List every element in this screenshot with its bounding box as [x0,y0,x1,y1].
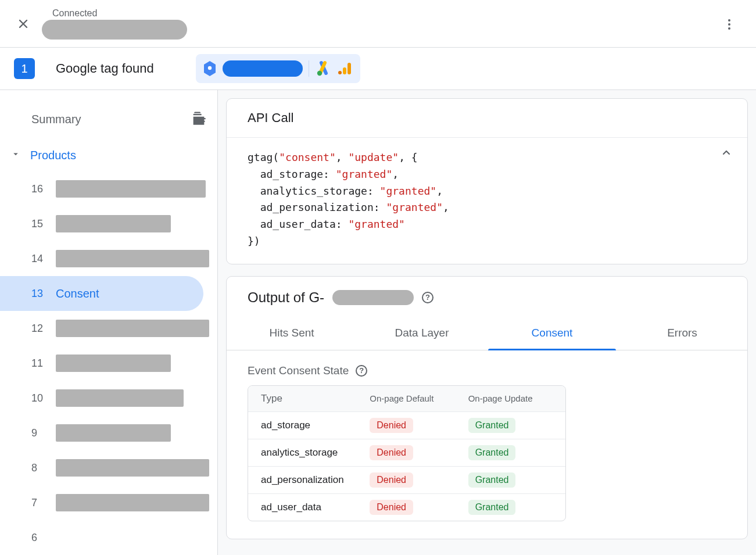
col-update: On-page Update [468,393,565,403]
tag-count-badge: 1 [14,58,35,79]
svg-rect-5 [347,63,351,74]
sidebar-event-8[interactable]: 8 [0,450,217,485]
code-arg0: "consent" [279,151,336,163]
status-badge: Denied [370,445,413,460]
event-number: 15 [31,218,45,230]
caret-down-icon [10,149,21,162]
cell-default: Denied [370,445,468,460]
connected-label: Connected [52,8,187,19]
help-icon[interactable]: ? [422,292,433,303]
svg-point-2 [728,27,730,30]
event-label-redacted [56,250,209,267]
sidebar-event-10[interactable]: 10 [0,381,217,416]
table-row: ad_personalizationDeniedGranted [248,466,565,493]
clear-all-icon[interactable] [191,110,207,128]
code-k2: ad_personalization [260,201,374,213]
connection-url-redacted [42,20,187,40]
svg-point-0 [728,19,730,22]
tab-hits-sent[interactable]: Hits Sent [227,316,357,350]
col-default: On-page Default [370,393,468,403]
svg-point-4 [317,71,322,76]
sidebar-event-9[interactable]: 9 [0,416,217,450]
tab-consent[interactable]: Consent [487,316,617,350]
api-call-card: API Call gtag("consent", "update", { ad_… [226,98,748,264]
google-ads-icon [315,60,331,77]
sidebar-event-7[interactable]: 7 [0,485,217,520]
event-number: 14 [31,253,45,265]
svg-point-7 [338,71,342,74]
event-number: 9 [31,427,45,439]
cell-default: Denied [370,500,468,515]
status-badge: Denied [370,500,413,515]
event-label-redacted [56,180,206,198]
consent-state-table: Type On-page Default On-page Update ad_s… [248,385,566,521]
event-number: 13 [31,288,45,300]
event-label-redacted [56,355,171,372]
sidebar-event-consent[interactable]: 13Consent [0,276,203,311]
svg-point-3 [208,66,212,70]
sidebar-event-6[interactable]: 6 [0,520,217,555]
api-call-title: API Call [227,99,747,138]
cell-type: ad_personalization [248,474,370,486]
summary-label: Summary [31,113,81,126]
event-label-redacted [56,424,171,442]
products-section-header[interactable]: Products [0,134,217,167]
output-tabs: Hits SentData LayerConsentErrors [227,316,747,350]
sidebar: Summary Products 16151413Consent12111098… [0,90,218,555]
status-badge: Granted [468,418,516,433]
cell-type: ad_storage [248,420,370,431]
table-row: analytics_storageDeniedGranted [248,439,565,466]
event-number: 11 [31,357,45,370]
event-list: 16151413Consent1211109876 [0,167,217,555]
event-number: 6 [31,532,45,544]
content-panel: API Call gtag("consent", "update", { ad_… [218,90,756,555]
output-title-prefix: Output of G- [248,289,324,306]
cell-type: ad_user_data [248,502,370,513]
svg-rect-6 [343,67,346,74]
sidebar-event-12[interactable]: 12 [0,311,217,346]
cell-update: Granted [468,472,565,488]
close-icon[interactable] [9,10,37,38]
event-label-redacted [56,459,209,477]
tab-data-layer[interactable]: Data Layer [357,316,487,350]
event-label-redacted [56,494,209,511]
sidebar-event-14[interactable]: 14 [0,241,217,276]
code-v3: "granted" [348,218,405,230]
api-call-code: gtag("consent", "update", { ad_storage: … [227,138,747,264]
output-id-redacted [332,290,414,305]
status-badge: Granted [468,472,516,488]
main-area: Summary Products 16151413Consent12111098… [0,90,756,555]
top-bar: Connected [0,0,756,48]
consent-tab-body: Event Consent State ? Type On-page Defau… [227,350,747,539]
chip-divider [309,60,309,77]
code-v0: "granted" [336,168,393,180]
status-badge: Denied [370,418,413,433]
sidebar-event-11[interactable]: 11 [0,346,217,381]
status-badge: Granted [468,445,516,460]
collapse-icon[interactable] [719,146,733,165]
tag-found-title: Google tag found [56,61,154,76]
help-icon[interactable]: ? [356,365,367,377]
table-row: ad_storageDeniedGranted [248,411,565,439]
event-label: Consent [56,287,99,300]
cell-update: Granted [468,418,565,433]
sidebar-event-15[interactable]: 15 [0,206,217,241]
summary-row[interactable]: Summary [0,104,217,134]
code-v2: "granted" [386,201,443,213]
event-number: 8 [31,462,45,474]
overflow-menu-icon[interactable] [718,13,741,36]
code-arg1: "update" [348,151,399,163]
sidebar-event-16[interactable]: 16 [0,171,217,206]
event-number: 10 [31,392,45,404]
table-header-row: Type On-page Default On-page Update [248,386,565,411]
event-label-redacted [56,389,184,407]
output-card: Output of G- ? Hits SentData LayerConsen… [226,276,748,539]
cell-type: analytics_storage [248,447,370,459]
cell-default: Denied [370,472,468,488]
status-badge: Granted [468,500,516,515]
tab-errors[interactable]: Errors [617,316,747,350]
event-label-redacted [56,320,209,337]
event-number: 7 [31,497,45,509]
connection-block: Connected [42,8,187,40]
tag-chip[interactable] [196,54,360,83]
